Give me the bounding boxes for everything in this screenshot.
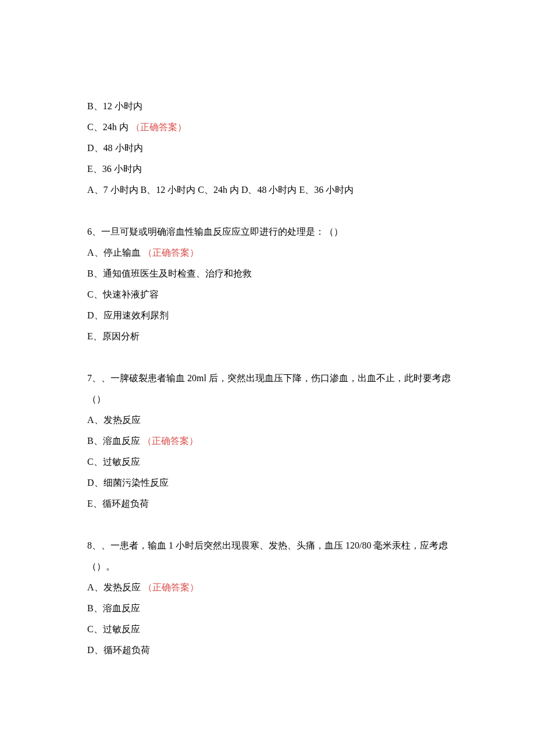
q7-option-b-text: B、溶血反应 [87, 436, 140, 446]
q6-option-a: A、停止输血 （正确答案） [87, 242, 468, 263]
q5-option-c: C、24h 内 （正确答案） [87, 117, 468, 138]
q5-summary: A、7 小时内 B、12 小时内 C、24h 内 D、48 小时内 E、36 小… [87, 180, 468, 200]
q6-option-c: C、快速补液扩容 [87, 284, 468, 305]
q5-option-d: D、48 小时内 [87, 138, 468, 159]
q5-option-c-text: C、24h 内 [87, 122, 129, 132]
q6-option-a-text: A、停止输血 [87, 248, 141, 257]
correct-answer-label: （正确答案） [143, 248, 199, 257]
q7-option-c: C、过敏反应 [87, 452, 468, 472]
q7-option-d: D、细菌污染性反应 [87, 472, 468, 493]
q6-option-d: D、应用速效利尿剂 [87, 305, 468, 326]
q6-option-e: E、原因分析 [87, 326, 468, 347]
q6-stem: 6、一旦可疑或明确溶血性输血反应应立即进行的处理是：（） [87, 221, 468, 242]
q8-option-c: C、过敏反应 [87, 619, 468, 640]
q6-option-b: B、通知值班医生及时检查、治疗和抢救 [87, 263, 468, 284]
correct-answer-label: （正确答案） [142, 436, 198, 446]
q7-option-e: E、循环超负荷 [87, 493, 468, 514]
q7-stem: 7、、一脾破裂患者输血 20ml 后，突然出现血压下降，伤口渗血，出血不止，此时… [87, 368, 468, 410]
correct-answer-label: （正确答案） [143, 582, 199, 592]
q8-option-b: B、溶血反应 [87, 598, 468, 619]
q7-option-a: A、发热反应 [87, 410, 468, 431]
q8-option-a-text: A、发热反应 [87, 582, 141, 592]
q5-option-e: E、36 小时内 [87, 159, 468, 180]
q8-stem: 8、、一患者，输血 1 小时后突然出现畏寒、发热、头痛，血压 120/80 毫米… [87, 535, 468, 577]
correct-answer-label: （正确答案） [131, 122, 187, 132]
q8-option-d: D、循环超负荷 [87, 640, 468, 661]
q8-option-a: A、发热反应 （正确答案） [87, 577, 468, 598]
q5-option-b: B、12 小时内 [87, 96, 468, 117]
q7-option-b: B、溶血反应 （正确答案） [87, 431, 468, 452]
